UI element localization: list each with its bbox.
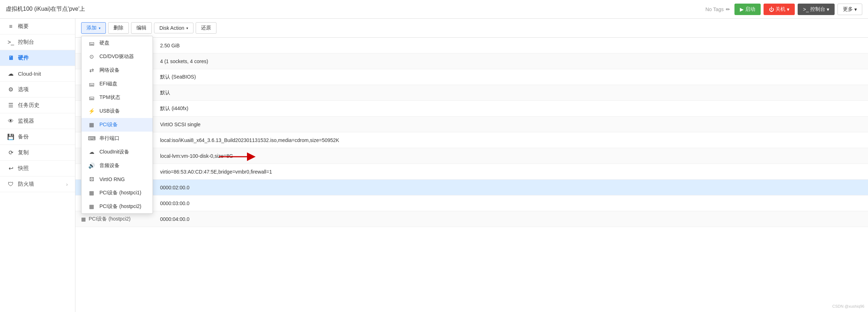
menu-harddisk[interactable]: 🖴 硬盘 xyxy=(81,36,153,50)
row-cdrom[interactable]: ⊙ CD/DVD驱动器 (ide2) local:iso/iKuai8_x64_… xyxy=(75,132,868,148)
options-icon: ⚙ xyxy=(7,86,14,93)
sidebar-item-taskhistory[interactable]: ☰ 任务历史 xyxy=(0,98,75,113)
no-tags-area: No Tags ✏ xyxy=(705,6,730,12)
pci2-icon: ▦ xyxy=(88,203,95,210)
usb-icon: ⚡ xyxy=(88,108,95,114)
pci1-icon: ▦ xyxy=(88,190,95,196)
virtiorng-icon: ⚄ xyxy=(88,176,95,183)
console-caret-icon: ▾ xyxy=(827,6,829,12)
shutdown-caret-icon: ▾ xyxy=(787,6,789,12)
sidebar: ≡ 概要 >_ 控制台 🖥 硬件 ☁ Cloud-Init ⚙ 选项 ☰ 任务历… xyxy=(0,19,75,312)
row-cpu[interactable]: ⬛ 处理器 4 (1 sockets, 4 cores) xyxy=(75,53,868,69)
menu-pci1[interactable]: ▦ PCI设备 (hostpci1) xyxy=(81,186,153,200)
edit-tags-icon[interactable]: ✏ xyxy=(726,6,730,12)
disk-action-button[interactable]: Disk Action ▾ xyxy=(154,23,193,33)
row-pci1[interactable]: ▦ PCI设备 (hostpci1) 0000:03:00.0 xyxy=(75,195,868,211)
backup-icon: 💾 xyxy=(7,133,14,140)
toolbar: 添加 ▾ 删除 编辑 Disk Action ▾ 还原 🖴 硬盘 xyxy=(75,19,868,38)
row-display[interactable]: 🖥 显示 默认 xyxy=(75,85,868,101)
content-area: 添加 ▾ 删除 编辑 Disk Action ▾ 还原 🖴 硬盘 xyxy=(75,19,868,312)
efidisk-icon: 🖴 xyxy=(88,81,95,87)
menu-serial[interactable]: ⌨ 串行端口 xyxy=(81,132,153,145)
top-bar: 虚拟机100 (iKuai)在节点'pve'上 No Tags ✏ ▶ 启动 ⏻… xyxy=(0,0,868,19)
add-dropdown-menu: 🖴 硬盘 ⊙ CD/DVD驱动器 ⇄ 网络设备 🖴 EFI磁盘 🖴 T xyxy=(81,36,153,214)
menu-pci[interactable]: ▦ PCI设备 xyxy=(81,118,153,132)
menu-network[interactable]: ⇄ 网络设备 xyxy=(81,63,153,77)
row-bios[interactable]: ▦ BIOS 默认 (SeaBIOS) xyxy=(75,69,868,85)
taskhistory-icon: ☰ xyxy=(7,102,14,109)
sidebar-item-firewall[interactable]: 🛡 防火墙 xyxy=(0,176,75,192)
restore-button[interactable]: 还原 xyxy=(196,22,216,34)
cloudinit-menu-icon: ☁ xyxy=(88,149,95,155)
menu-cdrom[interactable]: ⊙ CD/DVD驱动器 xyxy=(81,50,153,63)
vm-title: 虚拟机100 (iKuai)在节点'pve'上 xyxy=(6,5,701,13)
row-machine[interactable]: ▦ 机器 默认 (i440fx) xyxy=(75,101,868,117)
edit-button[interactable]: 编辑 xyxy=(131,22,152,34)
hardware-icon: 🖥 xyxy=(7,55,14,61)
menu-audio[interactable]: 🔊 音频设备 xyxy=(81,159,153,172)
sidebar-item-hardware[interactable]: 🖥 硬件 xyxy=(0,50,75,66)
serial-icon: ⌨ xyxy=(88,135,95,142)
power-icon: ⏻ xyxy=(769,6,774,12)
menu-tpm[interactable]: 🖴 TPM状态 xyxy=(81,91,153,104)
console-button[interactable]: >_ 控制台 ▾ xyxy=(798,4,835,15)
sidebar-item-backup[interactable]: 💾 备份 xyxy=(0,129,75,145)
row-net0[interactable]: ⇄ 网络设备 (net0) virtio=86:53:A0:CD:47:5E,b… xyxy=(75,164,868,180)
main-layout: ≡ 概要 >_ 控制台 🖥 硬件 ☁ Cloud-Init ⚙ 选项 ☰ 任务历… xyxy=(0,19,868,312)
sidebar-item-cloudinit[interactable]: ☁ Cloud-Init xyxy=(0,66,75,82)
row-pci0[interactable]: ▦ PCI设备 (hostpci0) 0000:02:00.0 xyxy=(75,180,868,195)
console-icon: >_ xyxy=(7,39,14,46)
delete-button[interactable]: 删除 xyxy=(108,22,129,34)
cdrom-icon: ⊙ xyxy=(88,53,95,60)
pci-icon: ▦ xyxy=(88,122,95,128)
menu-efidisk[interactable]: 🖴 EFI磁盘 xyxy=(81,77,153,91)
sidebar-item-summary[interactable]: ≡ 概要 xyxy=(0,19,75,34)
pci2-row-icon: ▦ xyxy=(81,216,86,222)
hardware-table: ▦ 内存 2.50 GiB ⬛ 处理器 4 (1 sockets, 4 core… xyxy=(75,38,868,312)
snapshot-icon: ↩ xyxy=(7,165,14,172)
more-caret-icon: ▾ xyxy=(854,6,857,12)
sidebar-item-options[interactable]: ⚙ 选项 xyxy=(0,82,75,98)
firewall-icon: 🛡 xyxy=(7,181,14,188)
network-icon: ⇄ xyxy=(88,67,95,74)
menu-virtiorng[interactable]: ⚄ VirtIO RNG xyxy=(81,172,153,186)
menu-usb[interactable]: ⚡ USB设备 xyxy=(81,104,153,118)
sidebar-item-replication[interactable]: ⟳ 复制 xyxy=(0,145,75,161)
more-button[interactable]: 更多 ▾ xyxy=(837,4,862,15)
sidebar-item-monitor[interactable]: 👁 监视器 xyxy=(0,113,75,129)
disk-action-caret-icon: ▾ xyxy=(186,26,188,30)
add-caret-icon: ▾ xyxy=(99,26,101,30)
start-play-icon: ▶ xyxy=(740,6,744,12)
replication-icon: ⟳ xyxy=(7,149,14,156)
add-button[interactable]: 添加 ▾ xyxy=(81,22,106,34)
row-scsi[interactable]: ▦ SCSI控制器 VirtIO SCSI single xyxy=(75,117,868,132)
harddisk-icon: 🖴 xyxy=(88,40,95,46)
start-button[interactable]: ▶ 启动 xyxy=(734,4,761,15)
audio-icon: 🔊 xyxy=(88,162,95,169)
row-pci2[interactable]: ▦ PCI设备 (hostpci2) 0000:04:00.0 xyxy=(75,211,868,227)
cloudinit-icon: ☁ xyxy=(7,70,14,77)
tpm-icon: 🖴 xyxy=(88,95,95,101)
row-memory[interactable]: ▦ 内存 2.50 GiB xyxy=(75,38,868,53)
top-bar-actions: ▶ 启动 ⏻ 关机 ▾ >_ 控制台 ▾ 更多 ▾ xyxy=(734,4,862,15)
shutdown-button[interactable]: ⏻ 关机 ▾ xyxy=(764,4,795,15)
console-icon: >_ xyxy=(803,6,809,12)
row-disk[interactable]: 🖴 硬盘 (scsi0) local-lvm:vm-100-disk-0,siz… xyxy=(75,148,868,164)
summary-icon: ≡ xyxy=(7,23,14,30)
no-tags-label: No Tags xyxy=(705,6,724,12)
sidebar-item-snapshot[interactable]: ↩ 快照 xyxy=(0,161,75,176)
sidebar-item-console[interactable]: >_ 控制台 xyxy=(0,34,75,50)
monitor-icon: 👁 xyxy=(7,118,14,124)
menu-cloudinit[interactable]: ☁ CloudInit设备 xyxy=(81,145,153,159)
menu-pci2[interactable]: ▦ PCI设备 (hostpci2) xyxy=(81,200,153,213)
